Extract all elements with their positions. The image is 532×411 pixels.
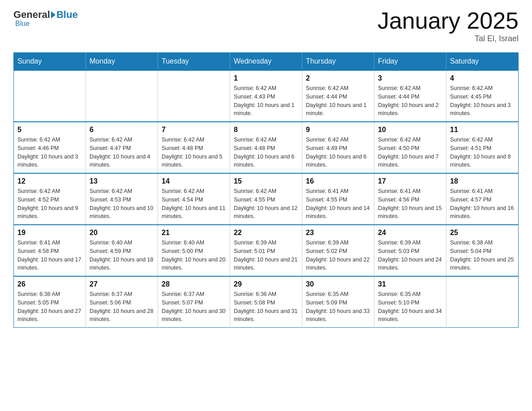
day-number: 19 [17, 229, 82, 237]
day-info: Sunrise: 6:42 AMSunset: 4:54 PMDaylight:… [162, 187, 226, 221]
day-number: 17 [378, 177, 442, 185]
calendar-cell: 26Sunrise: 6:38 AMSunset: 5:05 PMDayligh… [14, 276, 86, 328]
day-info: Sunrise: 6:42 AMSunset: 4:45 PMDaylight:… [450, 84, 515, 118]
day-number: 10 [378, 126, 442, 134]
day-number: 20 [90, 229, 154, 237]
day-info: Sunrise: 6:35 AMSunset: 5:10 PMDaylight:… [378, 290, 442, 324]
day-info: Sunrise: 6:40 AMSunset: 4:59 PMDaylight:… [90, 239, 154, 272]
day-of-week-header: Thursday [302, 53, 374, 71]
day-info: Sunrise: 6:42 AMSunset: 4:44 PMDaylight:… [378, 84, 442, 118]
day-of-week-header: Tuesday [158, 53, 230, 71]
day-info: Sunrise: 6:39 AMSunset: 5:02 PMDaylight:… [306, 239, 370, 272]
calendar-cell: 1Sunrise: 6:42 AMSunset: 4:43 PMDaylight… [230, 70, 302, 122]
logo-arrow-icon [51, 11, 56, 18]
day-info: Sunrise: 6:35 AMSunset: 5:09 PMDaylight:… [306, 290, 370, 324]
calendar-cell: 20Sunrise: 6:40 AMSunset: 4:59 PMDayligh… [86, 225, 158, 276]
day-number: 1 [234, 74, 298, 82]
day-of-week-header: Monday [86, 53, 158, 71]
day-number: 11 [450, 126, 515, 134]
day-number: 14 [162, 177, 226, 185]
day-number: 30 [306, 280, 370, 288]
day-number: 23 [306, 229, 370, 237]
day-of-week-header: Sunday [14, 53, 86, 71]
day-number: 13 [90, 177, 154, 185]
day-info: Sunrise: 6:42 AMSunset: 4:46 PMDaylight:… [17, 136, 82, 169]
day-info: Sunrise: 6:37 AMSunset: 5:06 PMDaylight:… [90, 290, 154, 324]
day-info: Sunrise: 6:42 AMSunset: 4:50 PMDaylight:… [378, 136, 442, 169]
calendar-cell: 17Sunrise: 6:41 AMSunset: 4:56 PMDayligh… [374, 173, 446, 225]
day-number: 8 [234, 126, 298, 134]
day-info: Sunrise: 6:39 AMSunset: 5:01 PMDaylight:… [234, 239, 298, 272]
day-number: 29 [234, 280, 298, 288]
day-number: 27 [90, 280, 154, 288]
day-number: 16 [306, 177, 370, 185]
calendar-week-row: 12Sunrise: 6:42 AMSunset: 4:52 PMDayligh… [14, 173, 519, 225]
day-number: 21 [162, 229, 226, 237]
calendar-cell [14, 70, 86, 122]
calendar-cell [86, 70, 158, 122]
calendar-cell: 5Sunrise: 6:42 AMSunset: 4:46 PMDaylight… [14, 122, 86, 173]
day-info: Sunrise: 6:42 AMSunset: 4:52 PMDaylight:… [17, 187, 82, 221]
calendar-cell: 9Sunrise: 6:42 AMSunset: 4:49 PMDaylight… [302, 122, 374, 173]
calendar-cell [158, 70, 230, 122]
day-number: 6 [90, 126, 154, 134]
calendar-cell: 13Sunrise: 6:42 AMSunset: 4:53 PMDayligh… [86, 173, 158, 225]
day-number: 18 [450, 177, 515, 185]
calendar-week-row: 5Sunrise: 6:42 AMSunset: 4:46 PMDaylight… [14, 122, 519, 173]
month-title: January 2025 [378, 9, 519, 32]
logo: General Blue Blue [13, 9, 78, 28]
day-info: Sunrise: 6:42 AMSunset: 4:49 PMDaylight:… [306, 136, 370, 169]
calendar-week-row: 1Sunrise: 6:42 AMSunset: 4:43 PMDaylight… [14, 70, 519, 122]
calendar-cell: 2Sunrise: 6:42 AMSunset: 4:44 PMDaylight… [302, 70, 374, 122]
day-number: 3 [378, 74, 442, 82]
logo-blue-text: Blue [56, 10, 78, 20]
day-info: Sunrise: 6:42 AMSunset: 4:51 PMDaylight:… [450, 136, 515, 169]
calendar-cell: 29Sunrise: 6:36 AMSunset: 5:08 PMDayligh… [230, 276, 302, 328]
calendar-cell: 23Sunrise: 6:39 AMSunset: 5:02 PMDayligh… [302, 225, 374, 276]
calendar-header-row: SundayMondayTuesdayWednesdayThursdayFrid… [14, 53, 519, 71]
calendar-cell: 4Sunrise: 6:42 AMSunset: 4:45 PMDaylight… [446, 70, 519, 122]
calendar-cell: 28Sunrise: 6:37 AMSunset: 5:07 PMDayligh… [158, 276, 230, 328]
day-info: Sunrise: 6:40 AMSunset: 5:00 PMDaylight:… [162, 239, 226, 272]
calendar-cell [446, 276, 519, 328]
calendar-cell: 8Sunrise: 6:42 AMSunset: 4:48 PMDaylight… [230, 122, 302, 173]
day-info: Sunrise: 6:41 AMSunset: 4:57 PMDaylight:… [450, 187, 515, 221]
calendar-week-row: 19Sunrise: 6:41 AMSunset: 4:58 PMDayligh… [14, 225, 519, 276]
day-of-week-header: Friday [374, 53, 446, 71]
day-number: 24 [378, 229, 442, 237]
day-number: 9 [306, 126, 370, 134]
calendar-cell: 31Sunrise: 6:35 AMSunset: 5:10 PMDayligh… [374, 276, 446, 328]
calendar-week-row: 26Sunrise: 6:38 AMSunset: 5:05 PMDayligh… [14, 276, 519, 328]
day-info: Sunrise: 6:37 AMSunset: 5:07 PMDaylight:… [162, 290, 226, 324]
day-info: Sunrise: 6:42 AMSunset: 4:47 PMDaylight:… [90, 136, 154, 169]
day-number: 12 [17, 177, 82, 185]
day-info: Sunrise: 6:42 AMSunset: 4:48 PMDaylight:… [234, 136, 298, 169]
day-info: Sunrise: 6:42 AMSunset: 4:53 PMDaylight:… [90, 187, 154, 221]
day-number: 22 [234, 229, 298, 237]
day-info: Sunrise: 6:42 AMSunset: 4:55 PMDaylight:… [234, 187, 298, 221]
calendar-cell: 25Sunrise: 6:38 AMSunset: 5:04 PMDayligh… [446, 225, 519, 276]
day-number: 15 [234, 177, 298, 185]
calendar-cell: 7Sunrise: 6:42 AMSunset: 4:48 PMDaylight… [158, 122, 230, 173]
calendar-cell: 24Sunrise: 6:39 AMSunset: 5:03 PMDayligh… [374, 225, 446, 276]
calendar-cell: 21Sunrise: 6:40 AMSunset: 5:00 PMDayligh… [158, 225, 230, 276]
logo-subtitle: Blue [15, 20, 30, 28]
calendar-cell: 27Sunrise: 6:37 AMSunset: 5:06 PMDayligh… [86, 276, 158, 328]
calendar-cell: 12Sunrise: 6:42 AMSunset: 4:52 PMDayligh… [14, 173, 86, 225]
calendar-cell: 10Sunrise: 6:42 AMSunset: 4:50 PMDayligh… [374, 122, 446, 173]
day-info: Sunrise: 6:36 AMSunset: 5:08 PMDaylight:… [234, 290, 298, 324]
day-number: 2 [306, 74, 370, 82]
calendar-cell: 22Sunrise: 6:39 AMSunset: 5:01 PMDayligh… [230, 225, 302, 276]
day-info: Sunrise: 6:41 AMSunset: 4:56 PMDaylight:… [378, 187, 442, 221]
day-number: 5 [17, 126, 82, 134]
page-header: General Blue Blue January 2025 Tal El, I… [13, 9, 519, 43]
calendar-cell: 18Sunrise: 6:41 AMSunset: 4:57 PMDayligh… [446, 173, 519, 225]
day-info: Sunrise: 6:42 AMSunset: 4:48 PMDaylight:… [162, 136, 226, 169]
day-info: Sunrise: 6:38 AMSunset: 5:05 PMDaylight:… [17, 290, 82, 324]
calendar-cell: 15Sunrise: 6:42 AMSunset: 4:55 PMDayligh… [230, 173, 302, 225]
calendar-cell: 30Sunrise: 6:35 AMSunset: 5:09 PMDayligh… [302, 276, 374, 328]
day-info: Sunrise: 6:41 AMSunset: 4:58 PMDaylight:… [17, 239, 82, 272]
day-info: Sunrise: 6:41 AMSunset: 4:55 PMDaylight:… [306, 187, 370, 221]
day-number: 4 [450, 74, 515, 82]
calendar-table: SundayMondayTuesdayWednesdayThursdayFrid… [13, 52, 519, 328]
